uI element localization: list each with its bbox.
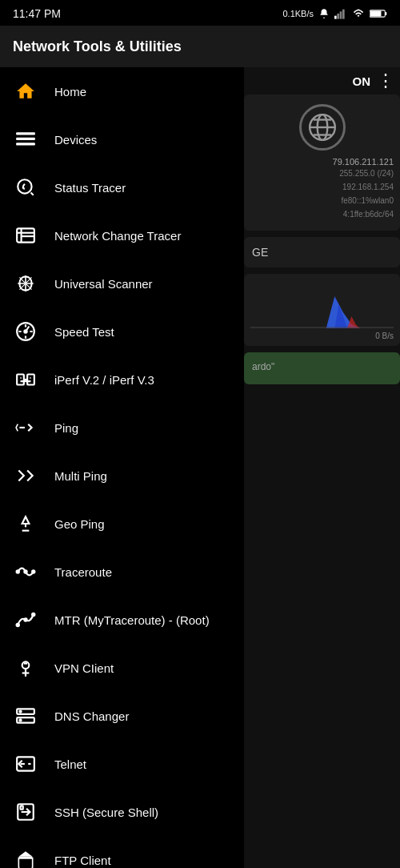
svg-point-21 — [32, 570, 34, 573]
status-tracer-icon — [13, 175, 38, 200]
svg-rect-0 — [334, 16, 337, 19]
dns-changer-icon — [13, 703, 38, 729]
svg-rect-5 — [370, 11, 382, 17]
sidebar-item-devices[interactable]: Devices — [0, 115, 244, 163]
sidebar-item-dns-changer[interactable]: DNS Changer — [0, 692, 244, 740]
sidebar-item-home-label: Home — [54, 85, 86, 98]
svg-rect-7 — [16, 132, 35, 135]
globe-card: 79.106.211.121 255.255.0 (/24) 192.168.1… — [244, 94, 400, 231]
sidebar-item-ssh-label: SSH (Secure Shell) — [54, 806, 158, 819]
svg-point-20 — [24, 570, 26, 573]
chart-card: 0 B/s — [244, 274, 400, 346]
sidebar-item-telnet-label: Telnet — [54, 757, 86, 771]
ftp-client-icon — [13, 847, 38, 868]
svg-point-19 — [17, 570, 19, 573]
status-right: 0.1KB/s — [282, 8, 387, 19]
home-icon — [13, 78, 38, 104]
svg-rect-9 — [16, 143, 35, 145]
speed-test-icon — [13, 319, 38, 344]
sidebar-item-ssh[interactable]: SSH (Secure Shell) — [0, 788, 244, 836]
sidebar-item-ping[interactable]: Ping — [0, 404, 244, 452]
sidebar-item-mtr[interactable]: MTR (MyTraceroute) - (Root) — [0, 596, 244, 644]
sidebar-item-iperf[interactable]: iPerf V.2 / iPerf V.3 — [0, 356, 244, 404]
speed-chart — [250, 280, 394, 328]
svg-rect-1 — [337, 14, 339, 19]
traceroute-icon — [13, 559, 38, 585]
multi-ping-icon — [13, 463, 38, 488]
sidebar-item-speed-test-label: Speed Test — [54, 325, 114, 339]
svg-rect-6 — [385, 12, 386, 15]
sidebar-item-status-tracer[interactable]: Status Tracer — [0, 163, 244, 211]
svg-rect-16 — [17, 375, 24, 385]
vpn-client-icon — [13, 655, 38, 681]
navigation-drawer: Home Devices Status Tracer — [0, 67, 244, 868]
status-bar: 11:47 PM 0.1KB/s — [0, 0, 400, 26]
sidebar-item-universal-scanner-label: Universal Scanner — [54, 277, 153, 291]
sidebar-item-speed-test[interactable]: Speed Test — [0, 307, 244, 356]
sidebar-item-ping-label: Ping — [54, 421, 78, 435]
sidebar-item-multi-ping-label: Multi Ping — [54, 469, 107, 483]
svg-point-22 — [17, 624, 19, 626]
right-panel: ON ⋮ 79.106.211.121 255.255.0 (/24) 192.… — [244, 67, 400, 868]
sidebar-item-traceroute-label: Traceroute — [54, 565, 112, 579]
sidebar-item-telnet[interactable]: Telnet — [0, 740, 244, 788]
devices-icon — [13, 127, 38, 152]
svg-point-28 — [19, 711, 21, 713]
svg-point-23 — [24, 618, 26, 621]
network-speed: 0.1KB/s — [282, 9, 314, 18]
on-label: ON — [353, 74, 371, 88]
sidebar-item-geo-ping-label: Geo Ping — [54, 517, 105, 531]
ip-address: 79.106.211.121 — [250, 157, 394, 167]
app-title: Network Tools & Utilities — [13, 38, 182, 55]
svg-rect-8 — [16, 138, 35, 140]
ping-icon — [13, 415, 38, 440]
bottom-card: ardo" — [244, 352, 400, 384]
subnet-text: 255.255.0 (/24) 192.168.1.254 fe80::1%wl… — [250, 167, 394, 221]
telnet-icon — [13, 751, 38, 777]
wifi-icon — [352, 8, 365, 19]
signal-icon — [334, 8, 347, 19]
mtr-icon — [13, 607, 38, 633]
sidebar-item-iperf-label: iPerf V.2 / iPerf V.3 — [54, 373, 154, 387]
sidebar-item-ftp-client-label: FTP Client — [54, 854, 111, 867]
sidebar-item-dns-changer-label: DNS Changer — [54, 709, 129, 723]
status-time: 11:47 PM — [13, 7, 61, 20]
svg-rect-3 — [342, 10, 345, 19]
bottom-text: ardo" — [252, 361, 274, 372]
sidebar-item-vpn-client[interactable]: VPN CIient — [0, 644, 244, 692]
ge-card: GE — [244, 237, 400, 267]
universal-scanner-icon — [13, 271, 38, 296]
geo-ping-icon — [13, 511, 38, 536]
ssh-icon — [13, 799, 38, 825]
svg-point-29 — [19, 719, 21, 721]
ge-label: GE — [252, 246, 268, 259]
sidebar-item-network-change-tracer-label: Network Change Tracer — [54, 229, 181, 243]
sidebar-item-multi-ping[interactable]: Multi Ping — [0, 452, 244, 500]
sidebar-item-ftp-client[interactable]: FTP Client — [0, 836, 244, 868]
svg-rect-32 — [21, 806, 23, 809]
iperf-icon — [13, 367, 38, 392]
alarm-icon — [318, 8, 330, 19]
svg-point-24 — [32, 613, 34, 616]
svg-point-10 — [18, 179, 31, 193]
app-header: Network Tools & Utilities — [0, 26, 400, 67]
network-change-tracer-icon — [13, 223, 38, 248]
more-options-icon[interactable]: ⋮ — [377, 70, 395, 91]
svg-rect-17 — [27, 375, 34, 385]
sidebar-item-traceroute[interactable]: Traceroute — [0, 548, 244, 596]
sidebar-item-home[interactable]: Home — [0, 67, 244, 115]
sidebar-item-network-change-tracer[interactable]: Network Change Tracer — [0, 211, 244, 259]
main-layout: Home Devices Status Tracer — [0, 67, 400, 868]
globe-icon — [299, 104, 346, 151]
svg-rect-2 — [340, 11, 342, 18]
svg-point-15 — [24, 330, 26, 332]
battery-icon — [370, 8, 387, 19]
sidebar-item-vpn-client-label: VPN CIient — [54, 661, 114, 675]
sidebar-item-universal-scanner[interactable]: Universal Scanner — [0, 259, 244, 307]
sidebar-item-devices-label: Devices — [54, 133, 97, 147]
sidebar-item-status-tracer-label: Status Tracer — [54, 181, 126, 195]
sidebar-item-geo-ping[interactable]: Geo Ping — [0, 500, 244, 548]
sidebar-item-mtr-label: MTR (MyTraceroute) - (Root) — [54, 613, 210, 627]
speed-value: 0 B/s — [250, 332, 394, 340]
